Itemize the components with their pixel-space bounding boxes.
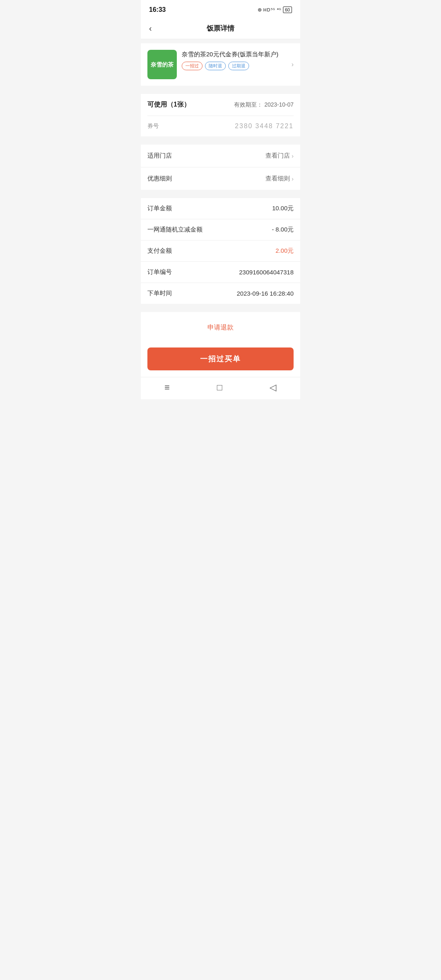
signal-icons: HD⁵ᴳ ⁴ᴳ [263,7,281,13]
status-time: 16:33 [149,6,166,13]
product-arrow-icon[interactable]: › [292,61,294,68]
gap-3 [141,190,300,194]
order-time-label: 下单时间 [147,290,172,297]
tag-suishitui: 随时退 [205,62,226,70]
tag-yizhaoguo: 一招过 [182,62,203,70]
voucher-status-row: 可使用（1张） 有效期至： 2023-10-07 [147,94,294,116]
order-time-value: 2023-09-16 16:28:40 [237,290,294,297]
order-section: 订单金额 10.00元 一网通随机立减金额 - 8.00元 支付金额 2.00元… [141,198,300,304]
order-amount-row: 订单金额 10.00元 [141,198,300,219]
gap-4 [141,304,300,308]
tag-guoqitui: 过期退 [228,62,249,70]
nav-menu-icon[interactable]: ≡ [165,382,170,393]
buy-button-wrap: 一招过买单 [141,343,300,377]
voucher-section: 可使用（1张） 有效期至： 2023-10-07 券号 2380 3448 72… [141,94,300,136]
voucher-expiry: 有效期至： 2023-10-07 [234,101,294,109]
discount-rules-value: 查看细则 › [265,175,294,183]
refund-button[interactable]: 申请退款 [207,323,234,332]
info-section: 适用门店 查看门店 › 优惠细则 查看细则 › [141,145,300,190]
voucher-code-label: 券号 [147,122,159,130]
paid-amount-label: 支付金额 [147,247,172,255]
status-bar: 16:33 ⊛ HD⁵ᴳ ⁴ᴳ 60 [141,0,300,18]
product-name: 奈雪的茶20元代金券(饭票当年新户) [182,50,294,58]
order-time-row: 下单时间 2023-09-16 16:28:40 [141,283,300,304]
discount-amount-value: - 8.00元 [272,226,294,234]
order-id-label: 订单编号 [147,268,172,276]
applicable-stores-row[interactable]: 适用门店 查看门店 › [141,145,300,167]
page-title: 饭票详情 [207,24,234,33]
back-button[interactable]: ‹ [149,24,152,33]
nav-home-icon[interactable]: □ [217,382,222,393]
nav-back-icon[interactable]: ◁ [270,382,276,393]
voucher-status: 可使用（1张） [147,100,190,109]
paid-amount-row: 支付金额 2.00元 [141,241,300,262]
discount-amount-row: 一网通随机立减金额 - 8.00元 [141,219,300,241]
gap-1 [141,86,300,90]
discount-amount-label: 一网通随机立减金额 [147,226,203,234]
voucher-code-row: 券号 2380 3448 7221 [147,116,294,136]
order-id-row: 订单编号 23091600640473​18 [141,262,300,283]
product-tags: 一招过 随时退 过期退 [182,62,294,70]
status-icons: ⊛ HD⁵ᴳ ⁴ᴳ 60 [258,7,292,13]
product-info: 奈雪的茶20元代金券(饭票当年新户) 一招过 随时退 过期退 [182,50,294,70]
wifi-icon: ⊛ [258,7,262,13]
order-id-value: 23091600640473​18 [239,269,294,276]
buy-button[interactable]: 一招过买单 [147,347,294,370]
voucher-code-value: 2380 3448 7221 [235,122,294,130]
rules-arrow-icon: › [292,176,294,182]
applicable-stores-label: 适用门店 [147,152,172,160]
product-card: 奈雪 的茶 奈雪的茶20元代金券(饭票当年新户) 一招过 随时退 过期退 › [141,43,300,86]
bottom-nav: ≡ □ ◁ [141,377,300,399]
order-amount-label: 订单金额 [147,205,172,212]
stores-arrow-icon: › [292,153,294,159]
product-logo: 奈雪 的茶 [147,50,177,79]
battery-icon: 60 [283,7,292,13]
discount-rules-label: 优惠细则 [147,175,172,183]
discount-rules-row[interactable]: 优惠细则 查看细则 › [141,167,300,190]
refund-section: 申请退款 [141,312,300,343]
order-amount-value: 10.00元 [272,205,294,212]
applicable-stores-value: 查看门店 › [265,152,294,160]
paid-amount-value: 2.00元 [276,247,294,255]
gap-2 [141,136,300,140]
header: ‹ 饭票详情 [141,18,300,39]
